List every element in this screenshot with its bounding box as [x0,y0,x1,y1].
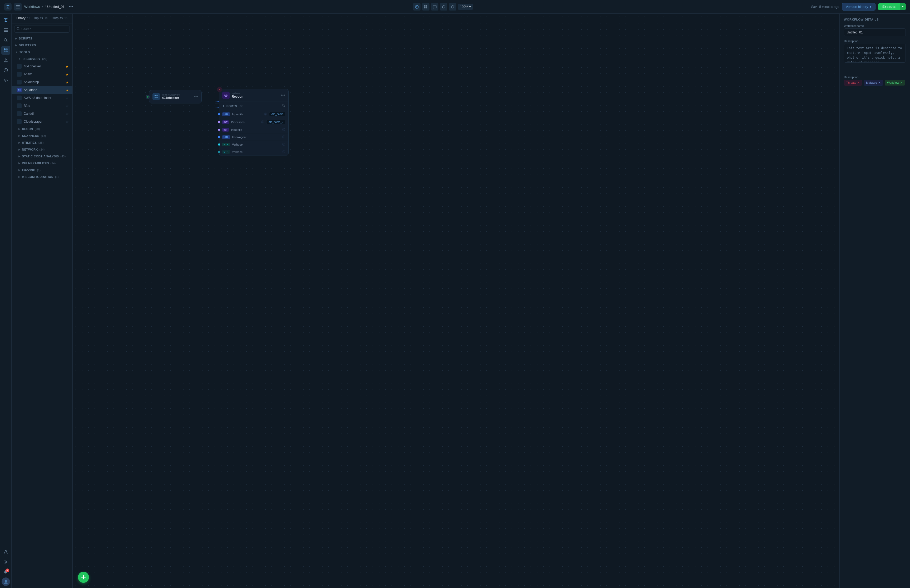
execute-btn[interactable]: Execute [878,3,900,10]
tool-item-cloudscraper[interactable]: Cloudscraper ☆ [11,118,73,126]
discovery-label: DISCOVERY [23,57,40,61]
category-discovery[interactable]: ▼ DISCOVERY (20) [11,55,73,62]
svg-rect-28 [18,90,19,91]
zoom-control[interactable]: 100% ▾ [458,4,473,10]
search-input[interactable] [21,27,68,31]
port-name-str-1: Verbose [232,143,280,146]
svg-rect-32 [155,97,156,98]
svg-marker-0 [6,5,10,8]
tool-icon-404checker [17,64,22,69]
nav-icon-team[interactable] [1,548,10,556]
port-value-int-1[interactable]: -file_name_2 [266,120,285,124]
tab-inputs-count: 16 [45,17,47,20]
tool-item-anew[interactable]: Anew ★ [11,70,73,78]
nav-icon-workflow[interactable] [1,46,10,55]
nav-icon-search[interactable] [1,36,10,45]
star-aws-s3[interactable]: ☆ [66,96,69,100]
tag-malware-close[interactable]: ✕ [878,81,881,84]
redo-btn[interactable] [449,3,456,11]
port-value-url-1[interactable]: -file_name [269,112,285,116]
workflow-name-input[interactable] [844,28,906,36]
search-input-wrap [14,26,70,32]
star-cloudscraper[interactable]: ☆ [66,120,69,124]
node-recoon-more[interactable]: ••• [281,93,285,97]
nav-icon-settings[interactable] [1,557,10,566]
node-recoon-close-btn[interactable]: ✕ [217,87,222,92]
canvas-area[interactable]: Tools / Discovery 404checker ••• ✕ [73,14,839,588]
sidebar-toggle-btn[interactable] [14,3,22,11]
nav-icon-share[interactable] [1,56,10,65]
main-layout: 8 Library 16 Inputs 16 Outputs 16 [0,14,910,588]
star-anew[interactable]: ★ [66,73,69,76]
ports-search-btn[interactable] [282,104,285,108]
ports-collapse-btn[interactable]: ▼ [222,105,225,107]
ai-btn[interactable] [413,3,420,11]
fuzzing-label: FUZZING [22,168,36,171]
workflow-details-title: WORKFLOW DETAILS [844,18,906,21]
tool-icon-apkurlgrep [17,80,22,84]
recon-label: RECON [22,128,33,131]
nav-icon-history[interactable] [1,66,10,75]
version-history-btn[interactable]: Version history ▾ [842,3,876,11]
description-textarea[interactable]: This text area is designed to capture in… [844,44,906,63]
grid-btn[interactable] [422,3,430,11]
nav-icon-code[interactable] [1,76,10,85]
undo-btn[interactable] [440,3,448,11]
port-info-str-1[interactable]: ⓘ [282,142,285,146]
category-scripts[interactable]: ▶ SCRIPTS [11,35,73,42]
category-recon[interactable]: ▶ RECON (20) [11,126,73,132]
nav-icon-sidebar[interactable] [1,26,10,35]
category-misconfiguration[interactable]: ▶ MISCONFIGURATION (1) [11,173,73,180]
tool-item-aws-s3[interactable]: AWS-s3-data-finder ☆ [11,94,73,102]
tag-workflow-close[interactable]: ✕ [900,81,903,84]
node-recoon[interactable]: ✕ Splitters Recoon ••• ▼ [219,89,289,156]
port-info-int-2[interactable]: ⓘ [282,128,285,132]
tab-inputs[interactable]: Inputs 16 [32,14,50,23]
port-info-str-2[interactable]: ⓘ [282,150,285,154]
port-info-url-2[interactable]: ⓘ [282,135,285,139]
splitters-chevron: ▶ [15,44,18,47]
category-static-code[interactable]: ▶ STATIC CODE ANALYSIS (43) [11,153,73,160]
tab-outputs-label: Outputs [52,16,63,20]
svg-rect-30 [155,95,156,96]
more-options-btn[interactable]: ••• [67,4,75,10]
star-bfac[interactable]: ☆ [66,104,69,108]
node-404checker-header: Tools / Discovery 404checker ••• [149,90,201,103]
category-fuzzing[interactable]: ▶ FUZZING (1) [11,166,73,173]
star-404checker[interactable]: ★ [66,65,69,68]
tool-item-404checker[interactable]: 404 checker ★ [11,62,73,70]
fab-btn[interactable] [78,572,89,583]
breadcrumb-workflows[interactable]: Workflows [24,5,40,9]
tool-item-aquatone[interactable]: Aquatone ★ [11,86,73,94]
tab-library[interactable]: Library 16 [14,14,32,23]
tab-outputs[interactable]: Outputs 16 [50,14,70,23]
node-404checker-more[interactable]: ••• [194,94,198,99]
star-aquatone[interactable]: ★ [66,88,69,92]
category-scanners[interactable]: ▶ SCANNERS (12) [11,132,73,139]
port-info-url-1[interactable]: ⓘ [264,112,267,116]
comment-btn[interactable] [431,3,438,11]
tag-threats-close[interactable]: ✕ [857,81,860,84]
tag-workflow-label: Workflow [887,81,899,84]
category-vulnerabilities[interactable]: ▶ VULNERABILITES (14) [11,160,73,166]
category-tools[interactable]: ▼ TOOLS [11,49,73,55]
star-cariddi[interactable]: ☆ [66,112,69,116]
tool-item-bfac[interactable]: Bfac ☆ [11,102,73,110]
port-info-int-1[interactable]: ⓘ [261,120,264,124]
execute-dropdown-btn[interactable]: ▾ [900,3,906,10]
utilities-chevron: ▶ [18,141,21,144]
scripts-label: SCRIPTS [19,37,32,40]
nav-icon-logo[interactable] [1,16,10,25]
static-code-count: (43) [61,155,66,158]
star-apkurlgrep[interactable]: ★ [66,80,69,84]
tool-item-cariddi[interactable]: Cariddi ☆ [11,110,73,118]
tag-malware-label: Malware [866,81,877,84]
nav-icon-bell[interactable]: 8 [1,567,10,577]
port-url-user-agent: URL User-agent ⓘ [219,133,288,141]
category-splitters[interactable]: ▶ SPLITTERS [11,42,73,49]
user-avatar[interactable] [2,577,10,586]
tool-item-apkurlgrep[interactable]: Apkurlgrep ★ [11,78,73,86]
node-404checker[interactable]: Tools / Discovery 404checker ••• [149,90,202,103]
category-utilities[interactable]: ▶ UTILITIES (25) [11,139,73,146]
category-network[interactable]: ▶ NETWORK (24) [11,146,73,153]
